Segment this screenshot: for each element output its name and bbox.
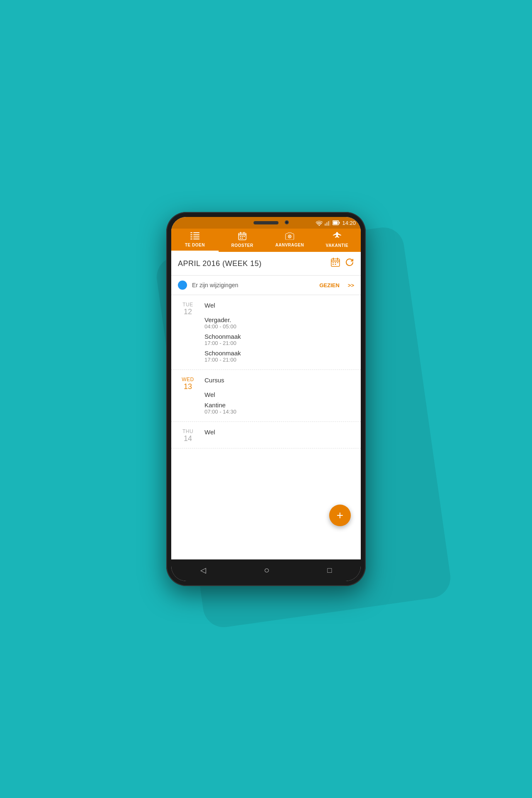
tab-rooster[interactable]: ROOSTER	[219, 229, 266, 252]
svg-rect-27	[331, 261, 340, 261]
svg-rect-17	[240, 232, 241, 234]
nav-recent-button[interactable]: □	[327, 566, 332, 575]
svg-rect-10	[193, 234, 200, 235]
entry-title: Wel	[204, 302, 354, 309]
notification-seen-button[interactable]: GEZIEN	[319, 282, 339, 288]
day-section-tue: TUE 12 Wel Vergader. 04:00 - 05:00	[171, 295, 361, 370]
list-item: Schoonmaak 17:00 - 21:00	[204, 348, 354, 365]
notification-dot	[178, 281, 187, 290]
phone-device: 14:20 TE DO	[166, 212, 366, 586]
entry-title: Schoonmaak	[204, 350, 354, 357]
plane-icon	[332, 232, 342, 242]
nav-back-button[interactable]: ◁	[200, 566, 206, 575]
svg-rect-7	[190, 232, 192, 233]
svg-rect-28	[333, 258, 334, 260]
entry-title: Cursus	[204, 377, 354, 384]
tab-bar: TE DOEN ROOST	[171, 229, 361, 252]
svg-rect-2	[328, 221, 329, 226]
list-item: Vergader. 04:00 - 05:00	[204, 315, 354, 331]
phone-camera	[285, 220, 289, 224]
svg-rect-11	[190, 236, 192, 237]
day-entries-wed: Cursus Wel Kantine 07:00 - 14:30	[204, 375, 361, 416]
entry-time: 17:00 - 21:00	[204, 340, 354, 346]
list-item: Wel	[204, 427, 354, 437]
entry-title: Vergader.	[204, 316, 354, 323]
notification-arrow-button[interactable]: >>	[348, 282, 354, 288]
svg-rect-23	[242, 238, 243, 239]
day-name-thu: THU	[182, 429, 193, 434]
tab-aanvragen[interactable]: AANVRAGEN	[266, 229, 313, 252]
refresh-icon[interactable]	[345, 258, 354, 269]
svg-rect-31	[335, 262, 336, 263]
list-item: Kantine 07:00 - 14:30	[204, 400, 354, 416]
svg-rect-30	[332, 262, 334, 263]
day-entries-tue: Wel Vergader. 04:00 - 05:00 Schoonmaak 1…	[204, 300, 361, 365]
notification-bar: Er zijn wijzigingen GEZIEN >>	[171, 276, 361, 295]
day-num-wed: 13	[184, 382, 192, 391]
list-item: Wel	[204, 389, 354, 400]
add-icon: +	[337, 510, 343, 521]
android-nav: ◁ ○ □	[171, 559, 361, 581]
svg-rect-19	[240, 236, 241, 237]
svg-rect-32	[337, 262, 338, 263]
day-row-tue: TUE 12 Wel Vergader. 04:00 - 05:00	[171, 295, 361, 369]
day-num-tue: 12	[184, 308, 192, 316]
svg-rect-29	[337, 258, 338, 260]
tab-aanvragen-label: AANVRAGEN	[276, 243, 304, 247]
status-time: 14:20	[342, 220, 356, 226]
day-section-wed: WED 13 Cursus Wel Kantine 07:00	[171, 370, 361, 422]
day-label-tue: TUE 12	[171, 300, 204, 365]
day-name-wed: WED	[182, 377, 194, 382]
list-item: Cursus	[204, 375, 354, 385]
svg-rect-5	[333, 222, 338, 224]
svg-rect-12	[193, 236, 200, 237]
entry-title: Wel	[204, 391, 354, 398]
tab-te-doen[interactable]: TE DOEN	[171, 229, 219, 252]
day-row-wed: WED 13 Cursus Wel Kantine 07:00	[171, 370, 361, 421]
svg-rect-21	[244, 236, 245, 237]
svg-point-25	[289, 236, 291, 237]
tab-vakantie-label: VAKANTIE	[326, 243, 348, 248]
tab-vakantie[interactable]: VAKANTIE	[313, 229, 361, 252]
entry-title: Schoonmaak	[204, 333, 354, 340]
entry-time: 07:00 - 14:30	[204, 409, 354, 415]
entry-title: Kantine	[204, 401, 354, 409]
day-num-thu: 14	[184, 434, 192, 443]
svg-rect-16	[239, 234, 246, 235]
day-entries-thu: Wel	[204, 427, 361, 443]
svg-rect-3	[330, 220, 330, 226]
entry-time: 17:00 - 21:00	[204, 357, 354, 363]
svg-rect-14	[193, 239, 200, 239]
signal-icon	[325, 220, 330, 226]
header-title: APRIL 2016 (WEEK 15)	[178, 259, 331, 268]
svg-rect-34	[335, 264, 336, 265]
nav-home-button[interactable]: ○	[264, 565, 269, 576]
svg-rect-6	[339, 222, 340, 224]
notification-text: Er zijn wijzigingen	[192, 282, 314, 288]
header-icons	[331, 258, 354, 269]
entry-time: 04:00 - 05:00	[204, 323, 354, 330]
svg-rect-22	[240, 238, 241, 239]
svg-rect-20	[242, 236, 243, 237]
status-icons: 14:20	[316, 220, 356, 226]
day-label-thu: THU 14	[171, 427, 204, 443]
fab-add-button[interactable]: +	[329, 505, 351, 526]
list-item: Wel	[204, 300, 354, 310]
list-item: Schoonmaak 17:00 - 21:00	[204, 331, 354, 348]
phone-screen: 14:20 TE DO	[171, 217, 361, 581]
svg-rect-18	[244, 232, 244, 234]
calendar-icon	[238, 232, 246, 242]
day-name-tue: TUE	[182, 302, 193, 308]
svg-rect-13	[190, 239, 192, 239]
svg-rect-8	[193, 232, 200, 233]
svg-rect-33	[332, 264, 334, 265]
phone-speaker	[254, 221, 278, 224]
tab-rooster-label: ROOSTER	[232, 243, 254, 248]
header-row: APRIL 2016 (WEEK 15)	[171, 252, 361, 276]
list-icon	[190, 232, 200, 242]
tab-te-doen-label: TE DOEN	[185, 243, 205, 247]
battery-icon	[332, 220, 340, 225]
calendar-header-icon[interactable]	[331, 258, 340, 269]
day-label-wed: WED 13	[171, 375, 204, 416]
wifi-icon	[316, 220, 323, 226]
